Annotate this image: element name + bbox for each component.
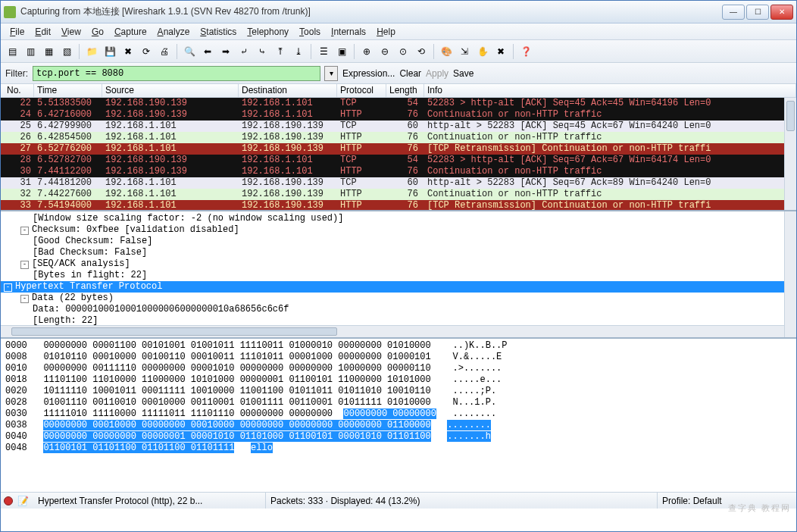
menu-telephony[interactable]: Telephony [242, 25, 293, 39]
hex-row[interactable]: 0010 00000000 00111110 00000000 00001010… [5, 363, 792, 374]
packet-row[interactable]: 246.42716000192.168.190.139192.168.1.101… [1, 109, 796, 120]
col-length[interactable]: Length [386, 84, 424, 97]
menu-capture[interactable]: Capture [110, 25, 152, 39]
hex-row[interactable]: 0018 11101100 11010000 11000000 10101000… [5, 374, 792, 386]
col-time[interactable]: Time [34, 84, 102, 97]
fwd-green-icon[interactable]: ➡ [217, 43, 234, 60]
layout1-icon[interactable]: ☰ [315, 43, 332, 60]
filter-save[interactable]: Save [453, 68, 474, 79]
hex-row[interactable]: 0028 01001110 00110010 00010000 00110001… [5, 397, 792, 408]
autoresize-icon[interactable]: ⇲ [456, 43, 473, 60]
detail-row[interactable]: [Bad Checksum: False] [4, 247, 793, 258]
status-protocol: Hypertext Transfer Protocol (http), 22 b… [33, 493, 261, 509]
help-icon[interactable]: ❓ [517, 43, 534, 60]
packet-row[interactable]: 286.52782700192.168.190.139192.168.1.101… [1, 155, 796, 166]
scroll-thumb[interactable] [786, 101, 795, 131]
hex-row[interactable]: 0008 01010110 00010000 00100110 00010011… [5, 352, 792, 363]
packet-row[interactable]: 327.44227600192.168.1.101192.168.190.139… [1, 189, 796, 200]
hex-row[interactable]: 0038 00000000 00010000 00000000 00010000… [5, 420, 792, 431]
menu-go[interactable]: Go [87, 25, 108, 39]
hex-row[interactable]: 0040 00000000 00000000 00000001 00001010… [5, 431, 792, 443]
last-icon[interactable]: ⤓ [290, 43, 307, 60]
tree-toggle-icon[interactable]: - [20, 227, 29, 235]
annotate-icon[interactable]: 📝 [17, 496, 29, 506]
col-no[interactable]: No. [4, 84, 34, 97]
list3-icon[interactable]: ▦ [40, 43, 57, 60]
status-packets: Packets: 333 · Displayed: 44 (13.2%) [265, 493, 652, 509]
zoom-in-icon[interactable]: ⊕ [358, 43, 375, 60]
close-button[interactable]: ✕ [770, 5, 793, 20]
back-green-icon[interactable]: ⬅ [199, 43, 216, 60]
list-icon[interactable]: ▤ [4, 43, 20, 60]
col-source[interactable]: Source [102, 84, 239, 97]
detail-hscrollbar[interactable] [1, 325, 784, 337]
detail-row[interactable]: [Bytes in flight: 22] [4, 270, 793, 281]
tree-toggle-icon[interactable]: - [20, 295, 29, 303]
refresh-icon[interactable]: ⟳ [138, 43, 155, 60]
col-info[interactable]: Info [424, 84, 796, 97]
jump-icon[interactable]: ⤒ [272, 43, 289, 60]
filter-clear[interactable]: Clear [399, 68, 421, 79]
hscroll-thumb[interactable] [11, 327, 337, 336]
step-back-icon[interactable]: ⤶ [236, 43, 252, 60]
maximize-button[interactable]: ☐ [746, 5, 769, 20]
menu-internals[interactable]: Internals [327, 25, 370, 39]
tree-toggle-icon[interactable]: - [4, 283, 12, 292]
zoom-out-icon[interactable]: ⊖ [377, 43, 393, 60]
hex-row[interactable]: 0048 01100101 01101100 01101100 01101111… [5, 443, 792, 454]
expert-icon[interactable] [4, 496, 13, 505]
step-fwd-icon[interactable]: ⤷ [254, 43, 270, 60]
menu-help[interactable]: Help [372, 25, 400, 39]
zoom-fit-icon[interactable]: ⊙ [395, 43, 411, 60]
packet-row[interactable]: 337.54194000192.168.1.101192.168.190.139… [1, 200, 796, 211]
hex-row[interactable]: 0000 00000000 00001100 00101001 01001011… [5, 340, 792, 352]
menu-file[interactable]: File [5, 25, 29, 39]
col-destination[interactable]: Destination [239, 84, 337, 97]
detail-scrollbar[interactable] [784, 211, 796, 337]
menu-view[interactable]: View [57, 25, 86, 39]
hex-row[interactable]: 0030 11111010 11110000 11111011 11101110… [5, 408, 792, 420]
packet-row[interactable]: 225.51383500192.168.190.139192.168.1.101… [1, 98, 796, 109]
hex-pane[interactable]: 0000 00000000 00001100 00101001 01001011… [1, 339, 796, 492]
filter-expression[interactable]: Expression... [342, 68, 395, 79]
minimize-button[interactable]: — [722, 5, 745, 20]
close-icon[interactable]: ✖ [120, 43, 136, 60]
packet-row[interactable]: 276.52776200192.168.1.101192.168.190.139… [1, 143, 796, 155]
col-protocol[interactable]: Protocol [337, 84, 386, 97]
filter-apply[interactable]: Apply [426, 68, 449, 79]
detail-row[interactable]: [Good Checksum: False] [4, 236, 793, 247]
stop-cap-icon[interactable]: ✖ [492, 43, 509, 60]
detail-row[interactable]: [Window size scaling factor: -2 (no wind… [4, 213, 793, 224]
save-icon[interactable]: 💾 [102, 43, 118, 60]
search-icon[interactable]: 🔍 [181, 43, 198, 60]
menu-tools[interactable]: Tools [295, 25, 325, 39]
packet-row[interactable]: 266.42854500192.168.1.101192.168.190.139… [1, 132, 796, 143]
packet-row[interactable]: 317.44181200192.168.1.101192.168.190.139… [1, 177, 796, 189]
menu-analyze[interactable]: Analyze [153, 25, 195, 39]
menu-edit[interactable]: Edit [30, 25, 55, 39]
packet-row[interactable]: 307.44112200192.168.190.139192.168.1.101… [1, 166, 796, 177]
list2-icon[interactable]: ▥ [22, 43, 39, 60]
detail-row[interactable]: -Checksum: 0xfbee [validation disabled] [4, 224, 793, 236]
packet-row[interactable]: 256.42799900192.168.1.101192.168.190.139… [1, 120, 796, 132]
filter-label: Filter: [5, 68, 28, 79]
list4-icon[interactable]: ▧ [58, 43, 75, 60]
hex-row[interactable]: 0020 10111110 10001011 00011111 10010000… [5, 386, 792, 397]
detail-row[interactable]: -Data (22 bytes) [4, 293, 793, 304]
tree-toggle-icon[interactable]: - [20, 261, 29, 269]
packet-scrollbar[interactable] [784, 98, 796, 210]
packet-columns[interactable]: No. Time Source Destination Protocol Len… [1, 84, 796, 98]
menu-statistics[interactable]: Statistics [195, 25, 241, 39]
filter-cap-icon[interactable]: ✋ [474, 43, 491, 60]
autoscroll-icon[interactable]: ⟲ [413, 43, 430, 60]
detail-row[interactable]: -[SEQ/ACK analysis] [4, 258, 793, 270]
layout2-icon[interactable]: ▣ [333, 43, 350, 60]
filter-dropdown[interactable]: ▾ [324, 66, 338, 81]
wireshark-icon [4, 6, 16, 18]
filter-input[interactable] [33, 66, 320, 81]
detail-row[interactable]: Data: 000001000100010000006000000010a686… [4, 304, 793, 315]
folder-icon[interactable]: 📁 [83, 43, 100, 60]
print-icon[interactable]: 🖨 [156, 43, 173, 60]
detail-row[interactable]: -Hypertext Transfer Protocol [1, 281, 796, 293]
colorize-icon[interactable]: 🎨 [438, 43, 455, 60]
